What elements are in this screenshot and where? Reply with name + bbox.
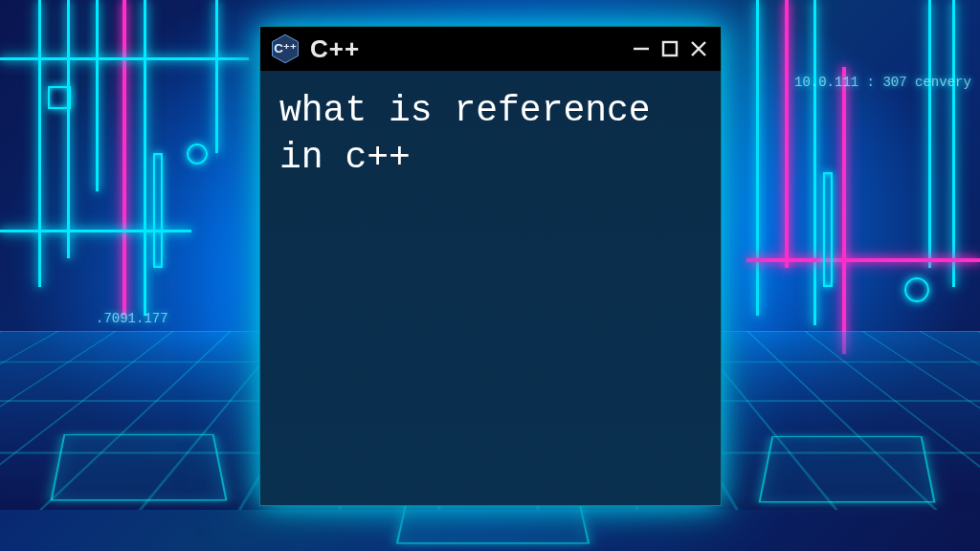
circuit-line	[215, 0, 218, 153]
svg-rect-3	[663, 42, 677, 55]
circuit-line	[746, 258, 980, 262]
circuit-line	[38, 0, 41, 287]
circuit-node	[48, 86, 71, 109]
window-title: C++	[310, 34, 360, 64]
floor-pane	[50, 434, 227, 500]
decor-text-right: 10.0.111 : 307 cenvery	[794, 75, 971, 90]
circuit-line	[96, 0, 99, 191]
circuit-line	[0, 57, 249, 60]
circuit-line	[842, 67, 846, 354]
minimize-button[interactable]	[631, 38, 652, 59]
circuit-line	[144, 0, 146, 316]
circuit-line	[952, 0, 955, 287]
terminal-window: C⁺⁺ C++ what is reference in c++	[259, 26, 722, 506]
circuit-bar	[153, 153, 163, 268]
titlebar[interactable]: C⁺⁺ C++	[260, 27, 721, 71]
circuit-node	[187, 143, 208, 165]
circuit-line	[813, 0, 816, 325]
cpp-hex-logo-icon: C⁺⁺	[270, 33, 301, 64]
floor-pane	[758, 436, 935, 502]
circuit-line	[67, 0, 70, 258]
circuit-line	[928, 0, 931, 268]
circuit-line	[756, 0, 759, 316]
circuit-node	[904, 277, 929, 302]
circuit-line	[122, 0, 126, 316]
svg-text:C⁺⁺: C⁺⁺	[274, 41, 297, 55]
terminal-body[interactable]: what is reference in c++	[260, 71, 721, 505]
circuit-line	[0, 230, 191, 232]
decor-text-left: .7091.177	[96, 311, 168, 326]
close-button[interactable]	[688, 38, 709, 59]
circuit-line	[785, 0, 789, 268]
circuit-bar	[823, 172, 833, 287]
maximize-button[interactable]	[659, 38, 680, 59]
title-left-group: C⁺⁺ C++	[270, 33, 360, 64]
window-controls	[631, 38, 709, 59]
